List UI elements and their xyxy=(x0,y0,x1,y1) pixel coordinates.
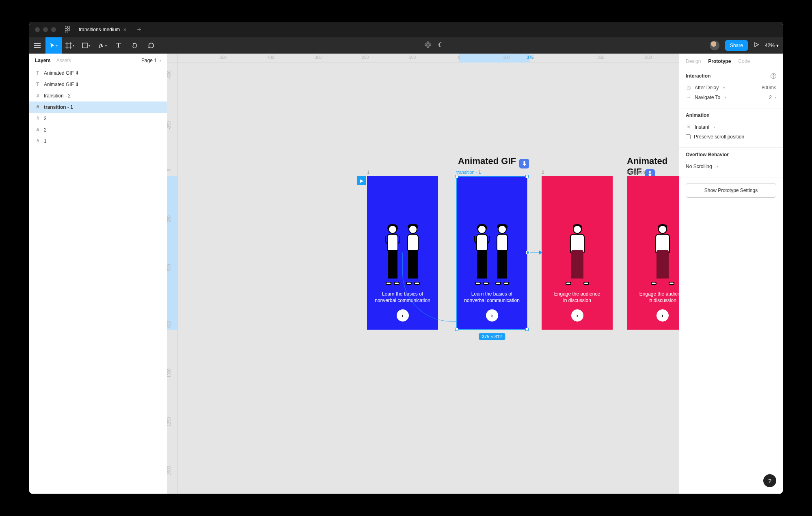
svg-rect-14 xyxy=(427,41,429,44)
next-button[interactable]: › xyxy=(397,309,409,322)
frame-icon: # xyxy=(35,104,41,110)
text-tool-button[interactable]: T xyxy=(110,37,127,54)
frame-icon: # xyxy=(35,138,41,144)
component-icon[interactable] xyxy=(425,41,431,50)
connection-start-dot[interactable] xyxy=(526,250,530,255)
frame-icon: # xyxy=(35,93,41,99)
svg-rect-17 xyxy=(429,43,431,46)
layers-list: TAnimated GIF ⬇ TAnimated GIF ⬇ #transit… xyxy=(29,67,167,147)
layer-item-selected[interactable]: #transition - 1 xyxy=(29,101,167,113)
ruler-vertical: -500 -250 0 250 500 812 1000 1250 1500 xyxy=(167,63,178,494)
frame-2[interactable]: Engage the audiencein discussion › xyxy=(542,176,613,330)
section-title: Animation xyxy=(686,112,710,118)
animation-section: Animation ✕Instant▾ Preserve scroll posi… xyxy=(679,108,783,148)
close-tab-icon[interactable]: × xyxy=(123,26,126,33)
canvas-heading: Animated GIF ⬇ xyxy=(458,156,529,168)
right-panel-tabs[interactable]: Design Prototype Code xyxy=(679,54,783,69)
share-button[interactable]: Share xyxy=(725,40,748,51)
text-icon: T xyxy=(35,70,41,76)
frame-tool-button[interactable]: ▾ xyxy=(62,37,78,54)
canvas[interactable]: Animated GIF ⬇ Animated GIF ⬇ 1 transiti… xyxy=(178,63,679,494)
info-icon[interactable]: ? xyxy=(771,73,776,79)
svg-point-2 xyxy=(65,28,67,31)
animation-type-row[interactable]: ✕Instant▾ xyxy=(686,122,776,132)
mask-icon[interactable] xyxy=(438,41,444,50)
frame-label[interactable]: transition - 1 xyxy=(456,170,481,175)
page-selector[interactable]: Page 1▾ xyxy=(141,58,161,63)
svg-point-4 xyxy=(65,31,67,33)
frame-transition-2[interactable]: Engage the audiencein discussion › xyxy=(627,176,679,330)
next-button[interactable]: › xyxy=(571,309,583,322)
tab-prototype[interactable]: Prototype xyxy=(708,58,731,64)
next-button[interactable]: › xyxy=(657,309,669,322)
left-panel: Layers Assets Page 1▾ TAnimated GIF ⬇ TA… xyxy=(29,54,167,494)
svg-rect-16 xyxy=(425,43,427,46)
tab-layers[interactable]: Layers xyxy=(35,58,51,63)
trigger-row[interactable]: ◷After Delay▾ 800ms xyxy=(686,83,776,93)
overflow-section: Overflow Behavior No Scrolling▾ xyxy=(679,148,783,177)
card-caption: Engage the audiencein discussion xyxy=(554,291,600,304)
flow-start-icon[interactable]: ▶ xyxy=(357,176,366,185)
comment-tool-button[interactable] xyxy=(143,37,159,54)
checkbox-unchecked[interactable] xyxy=(686,134,691,139)
layer-item[interactable]: #transition - 2 xyxy=(29,90,167,101)
layer-item[interactable]: TAnimated GIF ⬇ xyxy=(29,67,167,79)
canvas-heading: Animated GIF ⬇ xyxy=(627,156,679,179)
tab-assets[interactable]: Assets xyxy=(56,58,71,63)
layer-item[interactable]: #3 xyxy=(29,113,167,124)
text-icon: T xyxy=(35,82,41,87)
layer-item[interactable]: #1 xyxy=(29,136,167,147)
tab-code[interactable]: Code xyxy=(738,58,750,64)
zoom-select[interactable]: 42%▾ xyxy=(765,43,779,48)
overflow-value-row[interactable]: No Scrolling▾ xyxy=(686,162,776,171)
selection-dimensions: 375 × 812 xyxy=(479,333,505,340)
svg-rect-12 xyxy=(82,43,87,48)
frame-label[interactable]: 2 xyxy=(542,170,544,175)
frame-icon: # xyxy=(35,116,41,121)
window-controls[interactable] xyxy=(35,27,56,32)
frame-label[interactable]: 1 xyxy=(367,170,369,175)
tab-design[interactable]: Design xyxy=(686,58,701,64)
file-tab-label: transitions-medium xyxy=(79,27,120,32)
frame-icon: # xyxy=(35,127,41,133)
shape-tool-button[interactable]: ▾ xyxy=(78,37,94,54)
canvas-area[interactable]: -500 -400 -300 -250 -100 0 100 250 500 7… xyxy=(167,54,679,494)
clock-icon: ◷ xyxy=(686,85,691,91)
down-arrow-emoji-icon: ⬇ xyxy=(519,159,529,168)
help-button[interactable]: ? xyxy=(763,474,776,487)
instant-icon: ✕ xyxy=(686,124,691,130)
pen-tool-button[interactable]: ▾ xyxy=(94,37,110,54)
action-row[interactable]: →Navigate To▾ 2▾ xyxy=(686,93,776,102)
file-tab[interactable]: transitions-medium × xyxy=(75,22,131,37)
frame-label[interactable]: transition - 2 xyxy=(627,170,652,175)
left-panel-tabs[interactable]: Layers Assets xyxy=(35,58,71,63)
toolbar: ▾ ▾ ▾ ▾ T Share 42%▾ xyxy=(29,37,783,54)
ruler-corner xyxy=(167,54,178,63)
layer-item[interactable]: TAnimated GIF ⬇ xyxy=(29,79,167,90)
preserve-scroll-row[interactable]: Preserve scroll position xyxy=(686,132,776,142)
svg-point-1 xyxy=(67,26,70,28)
user-avatar[interactable] xyxy=(710,41,719,50)
present-button[interactable] xyxy=(754,42,759,49)
right-panel: Design Prototype Code Interaction? ◷Afte… xyxy=(679,54,783,494)
menu-button[interactable] xyxy=(29,37,45,54)
section-title: Interaction xyxy=(686,73,710,79)
interaction-section: Interaction? ◷After Delay▾ 800ms →Naviga… xyxy=(679,69,783,108)
add-tab-button[interactable]: + xyxy=(135,26,144,34)
svg-rect-15 xyxy=(427,45,429,48)
ruler-horizontal: -500 -400 -300 -250 -100 0 100 250 500 7… xyxy=(178,54,679,63)
section-title: Overflow Behavior xyxy=(686,152,729,158)
layer-item[interactable]: #2 xyxy=(29,124,167,136)
prototype-connection[interactable] xyxy=(530,253,540,253)
connection-arrow-icon xyxy=(539,250,542,255)
move-tool-button[interactable]: ▾ xyxy=(45,37,62,54)
card-caption: Engage the audiencein discussion xyxy=(639,291,679,304)
arrow-right-icon: → xyxy=(686,95,691,100)
selection-outline: 375 × 812 xyxy=(456,176,527,330)
hand-tool-button[interactable] xyxy=(127,37,143,54)
svg-point-3 xyxy=(67,28,70,31)
show-prototype-settings-button[interactable]: Show Prototype Settings xyxy=(686,183,776,198)
figma-logo-icon xyxy=(64,26,71,33)
app-window: transitions-medium × + ▾ ▾ ▾ ▾ T Share 4… xyxy=(29,22,783,494)
titlebar: transitions-medium × + xyxy=(29,22,783,37)
